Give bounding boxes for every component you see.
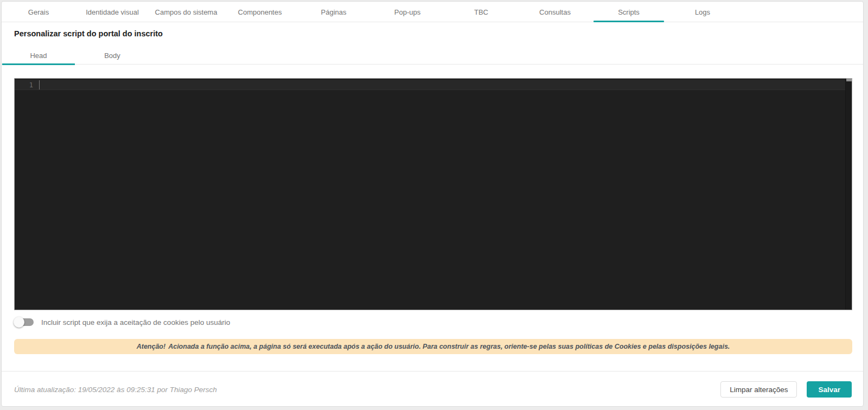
- editor-line-number: 1: [15, 81, 33, 89]
- settings-panel: Gerais Identidade visual Campos do siste…: [1, 1, 864, 407]
- tab-popups[interactable]: Pop-ups: [371, 2, 444, 22]
- cookie-toggle-label: Incluir script que exija a aceitação de …: [41, 318, 230, 326]
- subtab-body[interactable]: Body: [75, 47, 149, 65]
- editor-scrollbar[interactable]: [845, 79, 852, 310]
- editor-active-line: [15, 80, 852, 90]
- page-title: Personalizar script do portal do inscrit…: [14, 29, 163, 38]
- tab-gerais[interactable]: Gerais: [2, 2, 75, 22]
- footer-buttons: Limpar alterações Salvar: [720, 381, 852, 398]
- tab-componentes[interactable]: Componentes: [223, 2, 297, 22]
- warning-banner: Atenção! Acionada a função acima, a pági…: [14, 339, 852, 354]
- tab-paginas[interactable]: Páginas: [297, 2, 371, 22]
- cookie-consent-toggle[interactable]: [15, 318, 34, 326]
- tab-campos-do-sistema[interactable]: Campos do sistema: [149, 2, 223, 22]
- tab-label: Páginas: [321, 8, 347, 16]
- tab-identidade-visual[interactable]: Identidade visual: [75, 2, 149, 22]
- tab-label: TBC: [474, 8, 488, 16]
- cookie-toggle-row: Incluir script que exija a aceitação de …: [14, 316, 230, 329]
- tab-label: Consultas: [539, 8, 571, 16]
- tab-label: Pop-ups: [394, 8, 420, 16]
- script-section-tabs: Head Body: [2, 47, 863, 65]
- toggle-knob: [14, 317, 24, 328]
- subtab-label: Body: [104, 52, 120, 60]
- tab-label: Campos do sistema: [155, 8, 218, 16]
- tab-consultas[interactable]: Consultas: [518, 2, 592, 22]
- main-tab-bar: Gerais Identidade visual Campos do siste…: [2, 2, 863, 22]
- warning-prefix: Atenção!: [137, 343, 165, 350]
- tab-label: Componentes: [238, 8, 282, 16]
- editor-scrollbar-thumb[interactable]: [846, 79, 852, 81]
- save-button[interactable]: Salvar: [807, 381, 852, 398]
- tab-tbc[interactable]: TBC: [444, 2, 518, 22]
- tab-label: Scripts: [618, 8, 640, 16]
- subtab-head[interactable]: Head: [2, 47, 75, 65]
- footer-bar: Última atualização: 19/05/2022 às 09:25:…: [2, 371, 863, 407]
- tab-scripts[interactable]: Scripts: [592, 2, 666, 22]
- text-cursor: [39, 80, 40, 89]
- warning-message: Acionada a função acima, a página só ser…: [168, 343, 730, 350]
- subtab-label: Head: [30, 52, 47, 60]
- tab-label: Identidade visual: [86, 8, 139, 16]
- tab-logs[interactable]: Logs: [666, 2, 739, 22]
- tab-label: Gerais: [28, 8, 49, 16]
- code-editor[interactable]: 1: [14, 78, 852, 310]
- last-update-text: Última atualização: 19/05/2022 às 09:25:…: [14, 386, 217, 394]
- clear-changes-button[interactable]: Limpar alterações: [720, 381, 797, 398]
- tab-label: Logs: [695, 8, 710, 16]
